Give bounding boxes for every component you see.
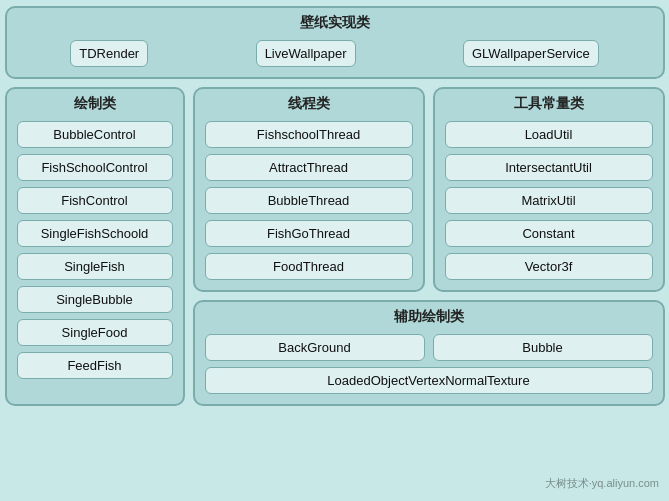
drawing-items: BubbleControl FishSchoolControl FishCont… (17, 121, 173, 379)
drawing-item-1[interactable]: FishSchoolControl (17, 154, 173, 181)
thread-title: 线程类 (205, 95, 413, 113)
thread-item-3[interactable]: FishGoThread (205, 220, 413, 247)
right-top: 线程类 FishschoolThread AttractThread Bubbl… (193, 87, 665, 292)
wallpaper-items: TDRender LiveWallpaper GLWallpaperServic… (17, 40, 653, 67)
drawing-item-2[interactable]: FishControl (17, 187, 173, 214)
drawing-item-5[interactable]: SingleBubble (17, 286, 173, 313)
aux-row1: BackGround Bubble (205, 334, 653, 361)
drawing-item-7[interactable]: FeedFish (17, 352, 173, 379)
bottom-section: 绘制类 BubbleControl FishSchoolControl Fish… (5, 87, 665, 406)
thread-section: 线程类 FishschoolThread AttractThread Bubbl… (193, 87, 425, 292)
tools-section: 工具常量类 LoadUtil IntersectantUtil MatrixUt… (433, 87, 665, 292)
tools-item-3[interactable]: Constant (445, 220, 653, 247)
aux-title: 辅助绘制类 (205, 308, 653, 326)
thread-item-4[interactable]: FoodThread (205, 253, 413, 280)
wallpaper-item-1[interactable]: LiveWallpaper (256, 40, 356, 67)
drawing-item-3[interactable]: SingleFishSchoold (17, 220, 173, 247)
drawing-item-6[interactable]: SingleFood (17, 319, 173, 346)
aux-item-bubble[interactable]: Bubble (433, 334, 653, 361)
thread-items: FishschoolThread AttractThread BubbleThr… (205, 121, 413, 280)
right-section: 线程类 FishschoolThread AttractThread Bubbl… (193, 87, 665, 406)
thread-item-1[interactable]: AttractThread (205, 154, 413, 181)
tools-item-4[interactable]: Vector3f (445, 253, 653, 280)
aux-section: 辅助绘制类 BackGround Bubble LoadedObjectVert… (193, 300, 665, 406)
drawing-section: 绘制类 BubbleControl FishSchoolControl Fish… (5, 87, 185, 406)
drawing-item-0[interactable]: BubbleControl (17, 121, 173, 148)
aux-item-loaded[interactable]: LoadedObjectVertexNormalTexture (205, 367, 653, 394)
tools-title: 工具常量类 (445, 95, 653, 113)
watermark: 大树技术·yq.aliyun.com (545, 476, 659, 491)
drawing-item-4[interactable]: SingleFish (17, 253, 173, 280)
tools-item-0[interactable]: LoadUtil (445, 121, 653, 148)
thread-item-0[interactable]: FishschoolThread (205, 121, 413, 148)
tools-item-2[interactable]: MatrixUtil (445, 187, 653, 214)
tools-items: LoadUtil IntersectantUtil MatrixUtil Con… (445, 121, 653, 280)
tools-item-1[interactable]: IntersectantUtil (445, 154, 653, 181)
drawing-title: 绘制类 (17, 95, 173, 113)
aux-item-background[interactable]: BackGround (205, 334, 425, 361)
wallpaper-section: 壁纸实现类 TDRender LiveWallpaper GLWallpaper… (5, 6, 665, 79)
main-container: 壁纸实现类 TDRender LiveWallpaper GLWallpaper… (5, 6, 665, 406)
thread-item-2[interactable]: BubbleThread (205, 187, 413, 214)
wallpaper-item-0[interactable]: TDRender (70, 40, 148, 67)
wallpaper-item-2[interactable]: GLWallpaperService (463, 40, 599, 67)
wallpaper-title: 壁纸实现类 (17, 14, 653, 32)
